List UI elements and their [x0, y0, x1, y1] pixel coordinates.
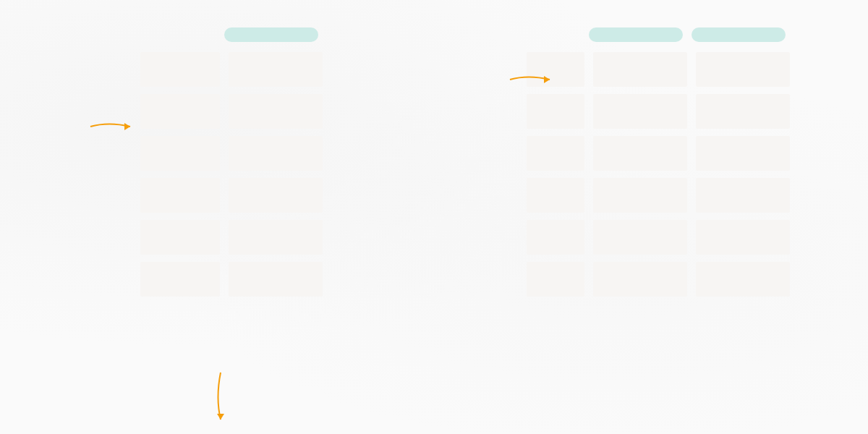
- dataframe-value-cell: [593, 136, 687, 171]
- svg-marker-2: [544, 76, 550, 83]
- series-value-cell: [229, 262, 323, 297]
- svg-marker-0: [124, 123, 130, 130]
- series-col-header-humidity: [224, 27, 318, 42]
- table-row: [527, 94, 790, 129]
- series-index-cell: [140, 178, 220, 213]
- series-rows: [29, 52, 434, 297]
- dataframe-value-cell: [696, 52, 790, 87]
- table-row: [140, 262, 323, 297]
- rows-arrow-icon: [87, 116, 145, 137]
- dataframe-panel: [434, 14, 839, 420]
- dataframe-value-cell: [696, 220, 790, 255]
- dataframe-value-cell: [696, 178, 790, 213]
- table-row: [140, 178, 323, 213]
- table-row: [140, 136, 323, 171]
- series-value-cell: [229, 136, 323, 171]
- table-row: [140, 94, 323, 129]
- dataframe-header-spacer: [527, 27, 584, 42]
- table-row: [140, 220, 323, 255]
- dataframe-index-cell: [527, 178, 584, 213]
- series-index-cell: [140, 262, 220, 297]
- series-panel: [29, 14, 434, 420]
- series-value-cell: [229, 178, 323, 213]
- dataframe-value-cell: [696, 262, 790, 297]
- dataframe-index-cell: [527, 220, 584, 255]
- series-header-row: [29, 27, 434, 42]
- dataframe-header-row: [477, 27, 839, 42]
- series-index-cell: [140, 220, 220, 255]
- columns-arrow-icon: [506, 69, 564, 90]
- dataframe-index-cell: [527, 94, 584, 129]
- dataframe-index-cell: [527, 136, 584, 171]
- dataframe-col-header-humidity: [589, 27, 683, 42]
- table-row: [527, 52, 790, 87]
- table-row: [527, 262, 790, 297]
- table-row: [140, 52, 323, 87]
- dataframe-value-cell: [593, 220, 687, 255]
- series-value-cell: [229, 52, 323, 87]
- dataframe-value-cell: [696, 94, 790, 129]
- series-index-cell: [140, 52, 220, 87]
- table-row: [527, 220, 790, 255]
- dataframe-value-cell: [593, 52, 687, 87]
- dataframe-col-header-pressure: [692, 27, 786, 42]
- table-row: [527, 136, 790, 171]
- series-index-cell: [140, 136, 220, 171]
- dataframe-index-cell: [527, 262, 584, 297]
- dataframe-value-cell: [696, 136, 790, 171]
- table-row: [527, 178, 790, 213]
- dataframe-value-cell: [593, 178, 687, 213]
- series-index-cell: [140, 94, 220, 129]
- series-value-cell: [229, 220, 323, 255]
- dataframe-value-cell: [593, 94, 687, 129]
- series-value-cell: [229, 94, 323, 129]
- index-arrow-icon: [210, 369, 231, 430]
- svg-marker-1: [217, 414, 224, 420]
- dataframe-value-cell: [593, 262, 687, 297]
- diagram-container: [0, 0, 868, 434]
- series-header-spacer: [140, 27, 220, 42]
